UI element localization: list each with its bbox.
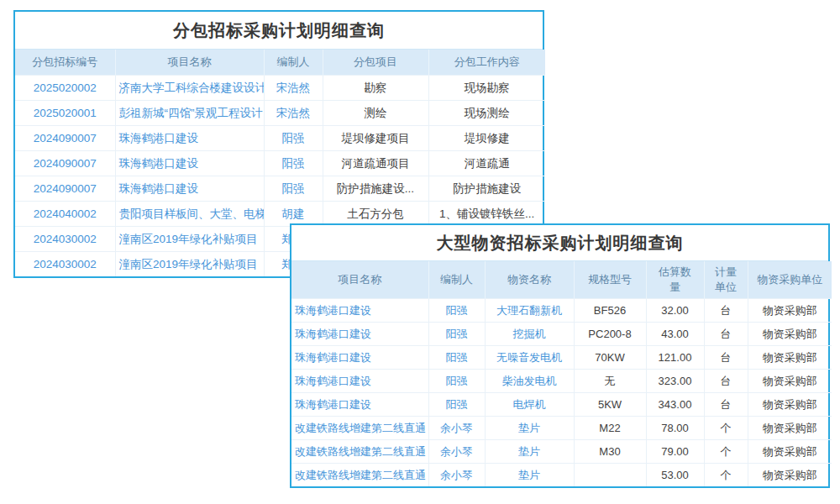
cell-text: 台: [704, 323, 748, 346]
table-row: 2024090007珠海鹤港口建设阳强河道疏通项目河道疏通: [15, 151, 545, 176]
column-header: 估算数量: [646, 261, 704, 299]
cell-link[interactable]: 胡建: [264, 202, 323, 227]
cell-text: 物资采购部: [748, 440, 832, 464]
cell-link[interactable]: 珠海鹤港口建设: [291, 323, 428, 346]
cell-link[interactable]: 电焊机: [485, 393, 574, 417]
table-row: 改建铁路线增建第二线直通余小琴垫片M3079.00个物资采购部: [291, 440, 832, 464]
cell-link[interactable]: 余小琴: [428, 464, 485, 487]
cell-text: 1、铺设镀锌铁丝...: [428, 202, 545, 227]
cell-link[interactable]: 垫片: [485, 440, 574, 464]
cell-link[interactable]: 2024090007: [15, 126, 115, 151]
cell-link[interactable]: 彭祖新城“四馆”景观工程设计: [115, 101, 264, 126]
column-header: 项目名称: [115, 50, 264, 76]
column-header: 分包招标编号: [15, 50, 115, 76]
cell-text: 个: [704, 464, 748, 487]
cell-link[interactable]: 阳强: [428, 393, 485, 417]
cell-link[interactable]: 2025020002: [15, 76, 115, 101]
cell-link[interactable]: 阳强: [264, 151, 323, 176]
cell-text: 测绘: [323, 101, 428, 126]
cell-link[interactable]: 阳强: [428, 346, 485, 370]
cell-link[interactable]: 阳强: [264, 176, 323, 202]
table-header-row: 分包招标编号项目名称编制人分包项目分包工作内容: [15, 50, 545, 76]
cell-text: 物资采购部: [748, 393, 832, 417]
column-header: 编制人: [428, 261, 485, 299]
cell-link[interactable]: 贵阳项目样板间、大堂、电梯: [115, 202, 264, 227]
cell-text: 物资采购部: [748, 346, 832, 370]
cell-text: 121.00: [646, 346, 704, 370]
table-row: 珠海鹤港口建设阳强挖掘机PC200-843.00台物资采购部: [291, 323, 832, 346]
table-row: 改建铁路线增建第二线直通余小琴垫片53.00个物资采购部: [291, 464, 832, 487]
cell-text: 43.00: [646, 323, 704, 346]
table-row: 2025020002济南大学工科综合楼建设设计宋浩然勘察现场勘察: [15, 76, 545, 101]
cell-link[interactable]: 改建铁路线增建第二线直通: [291, 464, 428, 487]
cell-link[interactable]: 潼南区2019年绿化补贴项目: [115, 252, 264, 277]
cell-link[interactable]: 珠海鹤港口建设: [291, 346, 428, 370]
cell-text: [574, 464, 646, 487]
cell-text: 台: [704, 299, 748, 323]
cell-link[interactable]: 无噪音发电机: [485, 346, 574, 370]
table-row: 珠海鹤港口建设阳强柴油发电机无323.00台物资采购部: [291, 370, 832, 393]
cell-link[interactable]: 宋浩然: [264, 76, 323, 101]
cell-text: 现场测绘: [428, 101, 545, 126]
column-header: 物资采购单位: [748, 261, 832, 299]
cell-link[interactable]: 阳强: [428, 370, 485, 393]
cell-text: BF526: [574, 299, 646, 323]
cell-link[interactable]: 济南大学工科综合楼建设设计: [115, 76, 264, 101]
table-row: 2024040002贵阳项目样板间、大堂、电梯胡建土石方分包1、铺设镀锌铁丝..…: [15, 202, 545, 227]
cell-link[interactable]: 2024090007: [15, 151, 115, 176]
cell-link[interactable]: 阳强: [428, 323, 485, 346]
cell-link[interactable]: 阳强: [428, 299, 485, 323]
column-header: 编制人: [264, 50, 323, 76]
cell-text: 32.00: [646, 299, 704, 323]
cell-link[interactable]: 挖掘机: [485, 323, 574, 346]
cell-text: 台: [704, 393, 748, 417]
cell-text: 物资采购部: [748, 417, 832, 440]
cell-text: 物资采购部: [748, 299, 832, 323]
cell-link[interactable]: 珠海鹤港口建设: [291, 393, 428, 417]
cell-link[interactable]: 大理石翻新机: [485, 299, 574, 323]
cell-text: 78.00: [646, 417, 704, 440]
cell-text: 堤坝修建项目: [323, 126, 428, 151]
cell-link[interactable]: 改建铁路线增建第二线直通: [291, 417, 428, 440]
cell-text: M30: [574, 440, 646, 464]
subcontract-plan-title: 分包招标采购计划明细查询: [15, 12, 543, 50]
cell-link[interactable]: 余小琴: [428, 417, 485, 440]
cell-link[interactable]: 2024030002: [15, 252, 115, 277]
table-row: 珠海鹤港口建设阳强大理石翻新机BF52632.00台物资采购部: [291, 299, 832, 323]
cell-text: 勘察: [323, 76, 428, 101]
cell-link[interactable]: 珠海鹤港口建设: [115, 176, 264, 202]
cell-text: 79.00: [646, 440, 704, 464]
cell-text: 河道疏通: [428, 151, 545, 176]
cell-link[interactable]: 珠海鹤港口建设: [291, 299, 428, 323]
cell-link[interactable]: 改建铁路线增建第二线直通: [291, 440, 428, 464]
table-row: 珠海鹤港口建设阳强无噪音发电机70KW121.00台物资采购部: [291, 346, 832, 370]
cell-link[interactable]: 2024090007: [15, 176, 115, 202]
cell-link[interactable]: 阳强: [264, 126, 323, 151]
cell-link[interactable]: 潼南区2019年绿化补贴项目: [115, 227, 264, 252]
table-row: 珠海鹤港口建设阳强电焊机5KW343.00台物资采购部: [291, 393, 832, 417]
cell-text: 现场勘察: [428, 76, 545, 101]
column-header: 项目名称: [291, 261, 428, 299]
cell-text: PC200-8: [574, 323, 646, 346]
cell-link[interactable]: 柴油发电机: [485, 370, 574, 393]
cell-link[interactable]: 2024040002: [15, 202, 115, 227]
cell-link[interactable]: 珠海鹤港口建设: [115, 151, 264, 176]
cell-text: 台: [704, 370, 748, 393]
cell-text: 70KW: [574, 346, 646, 370]
column-header: 计量单位: [704, 261, 748, 299]
cell-link[interactable]: 垫片: [485, 417, 574, 440]
cell-link[interactable]: 垫片: [485, 464, 574, 487]
cell-text: 53.00: [646, 464, 704, 487]
cell-text: M22: [574, 417, 646, 440]
cell-text: 台: [704, 346, 748, 370]
cell-text: 防护措施建设...: [323, 176, 428, 202]
cell-link[interactable]: 2024030002: [15, 227, 115, 252]
cell-link[interactable]: 2025020001: [15, 101, 115, 126]
column-header: 分包项目: [323, 50, 428, 76]
cell-text: 防护措施建设: [428, 176, 545, 202]
cell-link[interactable]: 珠海鹤港口建设: [115, 126, 264, 151]
cell-link[interactable]: 余小琴: [428, 440, 485, 464]
cell-link[interactable]: 宋浩然: [264, 101, 323, 126]
cell-link[interactable]: 珠海鹤港口建设: [291, 370, 428, 393]
column-header: 分包工作内容: [428, 50, 545, 76]
